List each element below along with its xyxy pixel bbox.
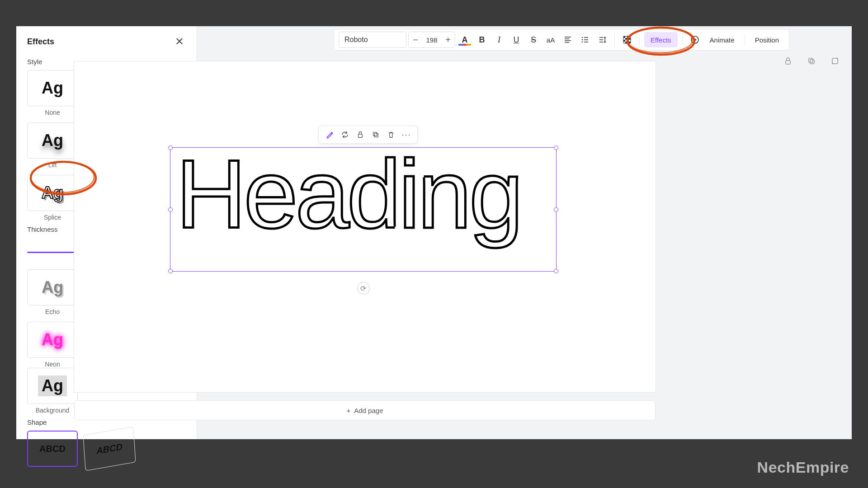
sync-icon <box>341 131 349 139</box>
expand-button[interactable] <box>827 53 843 69</box>
svg-rect-17 <box>359 134 363 137</box>
duplicate-icon <box>807 57 816 65</box>
effects-panel-title: Effects <box>27 37 54 47</box>
resize-handle-tr[interactable] <box>554 145 558 150</box>
add-page-button[interactable]: + Add page <box>74 400 656 420</box>
spacing-icon <box>598 36 606 44</box>
font-size-value[interactable]: 198 <box>422 36 441 44</box>
spacing-button[interactable] <box>594 32 610 47</box>
close-panel-button[interactable]: ✕ <box>173 35 186 48</box>
animate-icon-button[interactable] <box>687 32 703 47</box>
text-selection-box[interactable]: Heading ⟳ <box>170 147 557 272</box>
svg-rect-10 <box>625 42 627 43</box>
svg-rect-16 <box>832 58 838 64</box>
list-icon <box>581 36 589 44</box>
align-icon <box>564 36 572 44</box>
lock-icon <box>357 131 364 138</box>
svg-rect-13 <box>786 61 790 64</box>
rotate-handle[interactable]: ⟳ <box>357 282 370 295</box>
style-tile-lift[interactable]: Ag <box>27 122 78 159</box>
expand-icon <box>831 57 839 65</box>
svg-rect-6 <box>625 38 627 40</box>
italic-button[interactable]: I <box>491 32 507 47</box>
effects-button[interactable]: Effects <box>644 32 678 47</box>
text-color-button[interactable]: A <box>457 32 472 47</box>
resize-handle-mr[interactable] <box>554 207 558 212</box>
svg-rect-7 <box>629 38 631 40</box>
svg-rect-11 <box>629 42 631 43</box>
trash-icon <box>387 131 395 138</box>
list-button[interactable] <box>577 32 593 47</box>
lock-icon <box>784 57 792 65</box>
lock-button[interactable] <box>780 53 796 69</box>
magic-wand-icon <box>326 131 334 139</box>
duplicate-icon <box>372 131 379 138</box>
font-size-decrement[interactable]: − <box>409 32 422 47</box>
text-toolbar: Roboto − 198 + A B I U S aA Effects Anim… <box>334 29 789 51</box>
transparency-button[interactable] <box>619 32 635 47</box>
resize-handle-tl[interactable] <box>168 145 173 150</box>
svg-rect-18 <box>373 132 377 136</box>
svg-rect-14 <box>809 58 813 62</box>
shape-tile-none[interactable]: ABCD <box>27 431 78 467</box>
font-family-select[interactable]: Roboto <box>339 32 406 48</box>
font-size-increment[interactable]: + <box>441 32 455 47</box>
resize-handle-ml[interactable] <box>168 207 173 212</box>
style-tile-echo[interactable]: Ag <box>27 269 78 305</box>
more-icon: ··· <box>401 130 411 140</box>
resize-handle-br[interactable] <box>554 269 558 273</box>
bold-button[interactable]: B <box>474 32 490 47</box>
animate-icon <box>690 35 699 44</box>
heading-text[interactable]: Heading <box>170 148 556 240</box>
svg-rect-4 <box>623 36 625 38</box>
strikethrough-button[interactable]: S <box>526 32 541 47</box>
watermark: NechEmpire <box>757 459 849 476</box>
plus-icon: + <box>347 407 351 414</box>
svg-rect-9 <box>627 40 629 42</box>
text-case-button[interactable]: aA <box>543 32 558 47</box>
svg-rect-8 <box>623 40 625 42</box>
svg-rect-5 <box>627 36 629 38</box>
svg-rect-19 <box>374 133 378 137</box>
duplicate-page-button[interactable] <box>804 53 819 69</box>
style-tile-splice[interactable]: Ag <box>27 175 78 211</box>
svg-rect-15 <box>810 60 814 64</box>
shape-tile-curve[interactable]: ABCD <box>83 427 136 471</box>
svg-point-0 <box>582 37 583 38</box>
svg-point-2 <box>582 42 583 43</box>
animate-button[interactable]: Animate <box>704 32 740 47</box>
style-tile-neon[interactable]: Ag <box>27 322 78 358</box>
transparency-icon <box>623 36 631 44</box>
align-button[interactable] <box>560 32 576 47</box>
svg-point-1 <box>582 39 583 41</box>
resize-handle-bl[interactable] <box>168 269 173 273</box>
style-tile-background[interactable]: Ag <box>27 368 78 404</box>
style-tile-none[interactable]: Ag <box>27 70 78 106</box>
underline-button[interactable]: U <box>509 32 524 47</box>
position-button[interactable]: Position <box>750 32 784 47</box>
close-icon: ✕ <box>175 35 184 48</box>
